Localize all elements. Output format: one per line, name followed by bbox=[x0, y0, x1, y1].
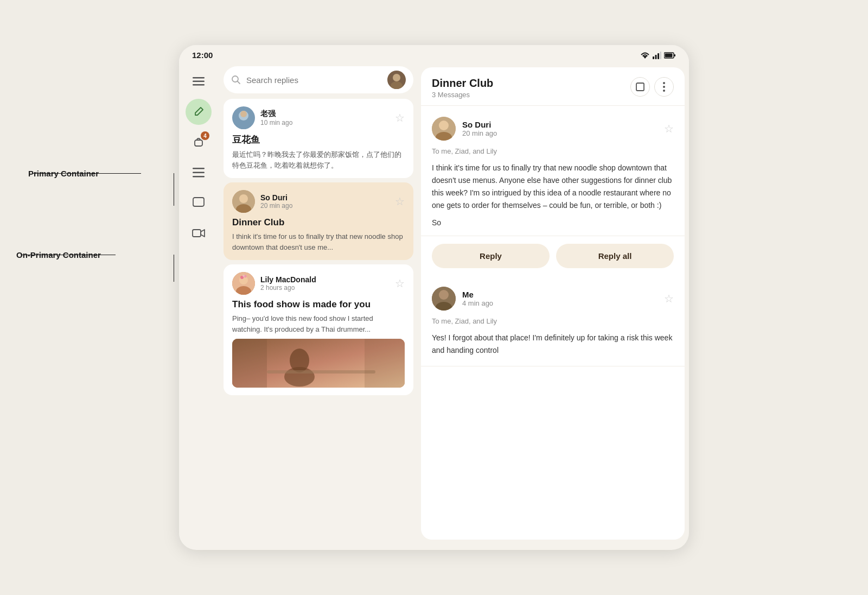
svg-point-42 bbox=[663, 86, 665, 88]
primary-container-line-v bbox=[174, 173, 174, 206]
msg-me-avatar bbox=[432, 287, 456, 311]
svg-rect-2 bbox=[655, 55, 657, 59]
svg-point-32 bbox=[242, 275, 245, 277]
chat-icon bbox=[193, 197, 205, 209]
sender-name: So Duri bbox=[260, 193, 390, 202]
svg-rect-40 bbox=[636, 83, 644, 91]
video-icon bbox=[192, 229, 205, 238]
svg-point-41 bbox=[663, 82, 665, 84]
search-input[interactable] bbox=[246, 75, 382, 85]
email-preview: Ping– you'd love this new food show I st… bbox=[232, 313, 405, 334]
svg-rect-16 bbox=[193, 230, 201, 237]
notification-badge: 4 bbox=[201, 131, 209, 140]
svg-rect-4 bbox=[660, 52, 662, 59]
svg-point-20 bbox=[391, 81, 403, 89]
svg-rect-10 bbox=[193, 84, 205, 86]
list-icon bbox=[193, 168, 205, 178]
sidebar: 4 bbox=[179, 63, 218, 544]
main-layout: 4 bbox=[179, 63, 689, 544]
sender-info: 老强 10 min ago bbox=[260, 109, 390, 126]
message-card: So Duri 20 min ago ☆ To me, Ziad, and Li… bbox=[421, 106, 685, 236]
svg-rect-3 bbox=[658, 53, 659, 59]
search-bar bbox=[224, 66, 413, 93]
status-time: 12:00 bbox=[192, 50, 213, 60]
phone-frame: 12:00 bbox=[179, 45, 689, 550]
reply-button[interactable]: Reply bbox=[432, 244, 550, 268]
msg-sender-time-2: 4 min ago bbox=[462, 299, 658, 307]
sender-avatar bbox=[232, 190, 255, 213]
sender-name: 老强 bbox=[260, 109, 390, 119]
email-item-selected[interactable]: So Duri 20 min ago ☆ Dinner Club I think… bbox=[224, 182, 413, 260]
signal-icon bbox=[653, 52, 661, 59]
msg-sender-info-2: Me 4 min ago bbox=[462, 290, 658, 307]
pencil-icon bbox=[193, 106, 204, 117]
search-icon bbox=[231, 75, 241, 85]
sidebar-compose-icon[interactable] bbox=[186, 99, 212, 125]
svg-rect-12 bbox=[193, 168, 205, 169]
detail-header: Dinner Club 3 Messages bbox=[421, 67, 685, 106]
email-item[interactable]: 老强 10 min ago ☆ 豆花鱼 最近忙吗？昨晚我去了你最爱的那家饭馆，点… bbox=[224, 99, 413, 178]
primary-container-annotation: Primary Container bbox=[28, 173, 141, 174]
star-button[interactable]: ☆ bbox=[395, 111, 405, 124]
svg-rect-6 bbox=[665, 53, 673, 57]
msg-sender-name: So Duri bbox=[462, 120, 658, 129]
sidebar-menu-icon[interactable] bbox=[186, 68, 212, 94]
sender-time: 20 min ago bbox=[260, 202, 390, 210]
msg-sender-time: 20 min ago bbox=[462, 129, 658, 137]
email-subject: 豆花鱼 bbox=[232, 134, 405, 146]
sender-name: Lily MacDonald bbox=[260, 275, 390, 284]
detail-header-actions bbox=[630, 77, 674, 97]
svg-point-48 bbox=[439, 290, 449, 300]
status-bar: 12:00 bbox=[179, 45, 689, 63]
lily-avatar bbox=[232, 272, 255, 295]
sidebar-list-icon[interactable] bbox=[186, 160, 212, 186]
svg-rect-14 bbox=[193, 176, 205, 178]
msg-star-button[interactable]: ☆ bbox=[664, 122, 674, 135]
hamburger-icon bbox=[193, 77, 205, 86]
sidebar-notification-icon[interactable]: 4 bbox=[186, 129, 212, 155]
email-item[interactable]: Lily MacDonald 2 hours ago ☆ This food s… bbox=[224, 264, 413, 395]
on-primary-annotation: On-Primary Container bbox=[16, 254, 116, 255]
msg-sign: So bbox=[432, 218, 674, 227]
star-button[interactable]: ☆ bbox=[395, 277, 405, 290]
sidebar-video-icon[interactable] bbox=[186, 220, 212, 246]
message-card-2: Me 4 min ago ☆ To me, Ziad, and Lily Yes… bbox=[421, 276, 685, 366]
email-header: So Duri 20 min ago ☆ bbox=[232, 190, 405, 213]
soduri-avatar bbox=[232, 190, 255, 213]
email-subject: This food show is made for you bbox=[232, 299, 405, 310]
msg-sender-info: So Duri 20 min ago bbox=[462, 120, 658, 137]
svg-point-22 bbox=[236, 121, 251, 129]
star-button[interactable]: ☆ bbox=[395, 195, 405, 208]
email-list: 老强 10 min ago ☆ 豆花鱼 最近忙吗？昨晚我去了你最爱的那家饭馆，点… bbox=[218, 99, 419, 544]
svg-line-18 bbox=[238, 81, 240, 84]
svg-rect-11 bbox=[195, 140, 202, 146]
sidebar-chat-icon[interactable] bbox=[186, 190, 212, 216]
msg-star-button-2[interactable]: ☆ bbox=[664, 292, 674, 305]
msg-body: I think it's time for us to finally try … bbox=[432, 162, 674, 212]
reply-all-button[interactable]: Reply all bbox=[556, 244, 674, 268]
primary-container-label: Primary Container bbox=[28, 169, 99, 178]
svg-point-36 bbox=[284, 367, 315, 387]
message-header: So Duri 20 min ago ☆ bbox=[432, 117, 674, 141]
liqiang-avatar bbox=[232, 106, 255, 129]
svg-point-25 bbox=[239, 194, 248, 203]
msg-body-2: Yes! I forgot about that place! I'm defi… bbox=[432, 332, 674, 357]
email-header: Lily MacDonald 2 hours ago ☆ bbox=[232, 272, 405, 295]
user-avatar-img bbox=[387, 71, 406, 89]
battery-icon bbox=[664, 52, 676, 59]
msg-sender-name-2: Me bbox=[462, 290, 658, 299]
reply-actions: Reply Reply all bbox=[421, 236, 685, 276]
wifi-icon bbox=[640, 52, 650, 59]
detail-header-info: Dinner Club 3 Messages bbox=[432, 77, 630, 99]
expand-button[interactable] bbox=[630, 77, 650, 97]
message-header-2: Me 4 min ago ☆ bbox=[432, 287, 674, 311]
email-subject: Dinner Club bbox=[232, 217, 405, 228]
svg-point-43 bbox=[663, 90, 665, 92]
expand-icon bbox=[636, 83, 644, 91]
status-icons bbox=[640, 52, 676, 59]
msg-to-2: To me, Ziad, and Lily bbox=[432, 317, 674, 325]
detail-body: So Duri 20 min ago ☆ To me, Ziad, and Li… bbox=[421, 106, 685, 540]
more-button[interactable] bbox=[654, 77, 674, 97]
svg-rect-7 bbox=[674, 54, 676, 56]
message-avatar bbox=[432, 117, 456, 141]
